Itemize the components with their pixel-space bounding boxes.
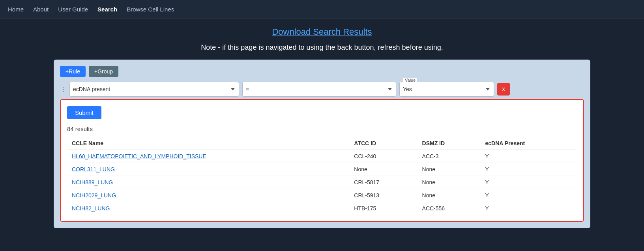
submit-button[interactable]: Submit	[67, 106, 101, 119]
drag-handle-icon[interactable]: ⋮	[60, 86, 66, 93]
cell-dsmz-id: None	[417, 163, 481, 176]
nav-search[interactable]: Search	[97, 6, 117, 13]
cell-dsmz-id: None	[417, 176, 481, 189]
table-row: CORL311_LUNGNoneNoneY	[67, 163, 577, 176]
col-header-ccle-name: CCLE Name	[67, 137, 349, 150]
cell-ecdna-present: Y	[481, 176, 577, 189]
nav-user-guide[interactable]: User Guide	[58, 6, 88, 13]
download-search-results-link[interactable]: Download Search Results	[272, 27, 372, 37]
col-header-ecdna-present: ecDNA Present	[481, 137, 577, 150]
cell-ccle-name: CORL311_LUNG	[67, 163, 349, 176]
ccle-name-link[interactable]: CORL311_LUNG	[72, 166, 115, 172]
cell-ecdna-present: Y	[481, 150, 577, 163]
nav-browse-cell-lines[interactable]: Browse Cell Lines	[127, 6, 174, 13]
outer-card: +Rule +Group ⋮ ecDNA present = Value Yes…	[54, 60, 590, 228]
col-header-dsmz-id: DSMZ ID	[417, 137, 481, 150]
rule-row: ⋮ ecDNA present = Value Yes No x	[60, 82, 584, 97]
cell-ccle-name: NCIH889_LUNG	[67, 176, 349, 189]
main-content: Download Search Results Note - if this p…	[0, 19, 644, 236]
cell-ecdna-present: Y	[481, 202, 577, 215]
table-header: CCLE Name ATCC ID DSMZ ID ecDNA Present	[67, 137, 577, 150]
ccle-name-link[interactable]: NCIH82_LUNG	[72, 205, 110, 212]
operator-select[interactable]: =	[242, 82, 396, 97]
cell-ecdna-present: Y	[481, 189, 577, 202]
table-row: NCIH889_LUNGCRL-5817NoneY	[67, 176, 577, 189]
value-label: Value	[403, 78, 417, 82]
note-text: Note - if this page is navigated to usin…	[16, 43, 628, 52]
cell-atcc-id: CRL-5817	[349, 176, 417, 189]
add-group-button[interactable]: +Group	[89, 66, 118, 77]
cell-dsmz-id: ACC-3	[417, 150, 481, 163]
ccle-name-link[interactable]: NCIH2029_LUNG	[72, 192, 116, 199]
cell-ecdna-present: Y	[481, 163, 577, 176]
results-count: 84 results	[67, 126, 577, 132]
cell-atcc-id: CCL-240	[349, 150, 417, 163]
delete-rule-button[interactable]: x	[497, 83, 510, 96]
results-card: Submit 84 results CCLE Name ATCC ID DSMZ…	[60, 99, 584, 222]
nav-home[interactable]: Home	[8, 6, 24, 13]
cell-ccle-name: NCIH82_LUNG	[67, 202, 349, 215]
cell-atcc-id: HTB-175	[349, 202, 417, 215]
field-select[interactable]: ecDNA present	[69, 82, 239, 97]
download-link-container: Download Search Results	[16, 27, 628, 37]
ccle-name-link[interactable]: HL60_HAEMATOPOIETIC_AND_LYMPHOID_TISSUE	[72, 153, 206, 159]
ccle-name-link[interactable]: NCIH889_LUNG	[72, 179, 113, 185]
results-table: CCLE Name ATCC ID DSMZ ID ecDNA Present …	[67, 137, 577, 215]
cell-atcc-id: CRL-5913	[349, 189, 417, 202]
query-builder-toolbar: +Rule +Group	[60, 66, 584, 77]
cell-ccle-name: NCIH2029_LUNG	[67, 189, 349, 202]
cell-ccle-name: HL60_HAEMATOPOIETIC_AND_LYMPHOID_TISSUE	[67, 150, 349, 163]
table-body: HL60_HAEMATOPOIETIC_AND_LYMPHOID_TISSUEC…	[67, 150, 577, 215]
add-rule-button[interactable]: +Rule	[60, 66, 86, 77]
value-select[interactable]: Yes No	[399, 82, 494, 97]
cell-atcc-id: None	[349, 163, 417, 176]
cell-dsmz-id: None	[417, 189, 481, 202]
cell-dsmz-id: ACC-556	[417, 202, 481, 215]
navbar: Home About User Guide Search Browse Cell…	[0, 0, 644, 19]
nav-about[interactable]: About	[33, 6, 49, 13]
value-container: Value Yes No	[399, 82, 494, 97]
table-row: HL60_HAEMATOPOIETIC_AND_LYMPHOID_TISSUEC…	[67, 150, 577, 163]
table-row: NCIH2029_LUNGCRL-5913NoneY	[67, 189, 577, 202]
col-header-atcc-id: ATCC ID	[349, 137, 417, 150]
table-row: NCIH82_LUNGHTB-175ACC-556Y	[67, 202, 577, 215]
